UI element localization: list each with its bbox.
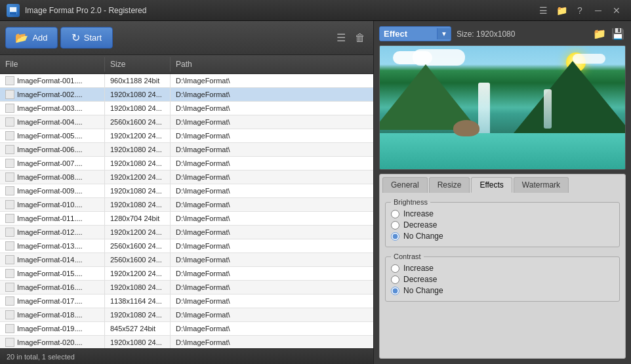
brightness-legend: Brightness [391,198,430,206]
close-button[interactable]: ✕ [609,4,624,17]
file-cell-path: D:\ImageFormat\ [171,129,373,142]
file-icon [5,76,14,85]
file-icon [5,90,14,99]
table-row[interactable]: ImageFormat-003....1920x1080 24...D:\Ima… [0,102,373,115]
table-row[interactable]: ImageFormat-020....1920x1080 24...D:\Ima… [0,336,373,348]
table-row[interactable]: ImageFormat-004....2560x1600 24...D:\Ima… [0,115,373,129]
file-icon [5,283,14,292]
open-button[interactable]: 📁 [554,4,569,17]
col-path: Path [171,57,373,71]
preview-image [379,45,626,170]
contrast-decrease-label[interactable]: Decrease [403,275,437,284]
file-cell-size: 1920x1080 24... [105,88,171,101]
file-cell-size: 960x1188 24bit [105,74,171,87]
window-title: Image Format Pro 2.0 - Registered [25,6,535,15]
table-row[interactable]: ImageFormat-017....1138x1164 24...D:\Ima… [0,294,373,308]
tab-general[interactable]: General [382,177,428,193]
file-cell-size: 1920x1080 24... [105,308,171,321]
file-cell-path: D:\ImageFormat\ [171,239,373,253]
table-row[interactable]: ImageFormat-007....1920x1080 24...D:\Ima… [0,157,373,171]
file-icon [5,214,14,223]
file-cell-name: ImageFormat-017.... [0,294,105,308]
save-icon[interactable]: 💾 [610,26,626,41]
delete-button[interactable]: 🗑 [352,30,368,47]
table-row[interactable]: ImageFormat-010....1920x1080 24...D:\Ima… [0,198,373,212]
brightness-decrease-row: Decrease [391,220,614,230]
table-row[interactable]: ImageFormat-006....1920x1080 24...D:\Ima… [0,143,373,157]
col-file: File [0,57,105,71]
tab-watermark[interactable]: Watermark [514,177,569,193]
file-icon [5,241,14,251]
window-controls: ☰ 📁 ? ─ ✕ [535,4,624,17]
tabs-bar: General Resize Effects Watermark [380,174,625,193]
waterfall-scene [380,46,625,169]
dropdown-arrow: ▼ [437,28,451,39]
table-row[interactable]: ImageFormat-011....1280x704 24bitD:\Imag… [0,212,373,226]
file-cell-name: ImageFormat-004.... [0,115,105,129]
table-row[interactable]: ImageFormat-013....2560x1600 24...D:\Ima… [0,239,373,253]
file-cell-path: D:\ImageFormat\ [171,115,373,129]
status-bar: 20 in total, 1 selected [0,348,373,364]
file-icon [5,145,14,154]
file-cell-size: 1920x1080 24... [105,102,171,115]
file-cell-name: ImageFormat-014.... [0,253,105,266]
table-row[interactable]: ImageFormat-018....1920x1080 24...D:\Ima… [0,308,373,322]
file-cell-name: ImageFormat-013.... [0,239,105,253]
file-cell-size: 2560x1600 24... [105,253,171,266]
contrast-decrease-radio[interactable] [391,275,399,284]
file-cell-name: ImageFormat-010.... [0,198,105,211]
contrast-increase-radio[interactable] [391,264,399,273]
file-cell-path: D:\ImageFormat\ [171,294,373,308]
right-panel: Effect Normal Grayscale Sepia Blur ▼ Siz… [374,21,631,364]
svg-rect-1 [10,7,16,12]
list-options-button[interactable]: ☰ [334,29,348,47]
brightness-increase-radio[interactable] [391,210,399,218]
help-button[interactable]: ? [572,4,588,17]
contrast-nochange-label[interactable]: No Change [403,286,443,295]
table-row[interactable]: ImageFormat-001....960x1188 24bitD:\Imag… [0,74,373,88]
start-button[interactable]: ↻ Start [60,27,113,49]
table-row[interactable]: ImageFormat-002....1920x1080 24...D:\Ima… [0,88,373,102]
table-row[interactable]: ImageFormat-009....1920x1080 24...D:\Ima… [0,184,373,198]
toolbar: 📂 Add ↻ Start ☰ 🗑 [0,21,373,55]
contrast-increase-label[interactable]: Increase [403,264,434,273]
file-cell-path: D:\ImageFormat\ [171,336,373,348]
table-row[interactable]: ImageFormat-016....1920x1080 24...D:\Ima… [0,281,373,294]
file-cell-size: 1920x1080 24... [105,143,171,156]
add-button[interactable]: 📂 Add [5,27,58,49]
effect-select[interactable]: Effect Normal Grayscale Sepia Blur [380,27,437,41]
open-folder-icon[interactable]: 📁 [592,26,607,41]
menu-button[interactable]: ☰ [535,4,551,17]
file-cell-name: ImageFormat-020.... [0,336,105,348]
table-row[interactable]: ImageFormat-014....2560x1600 24...D:\Ima… [0,253,373,267]
contrast-nochange-radio[interactable] [391,287,399,295]
table-row[interactable]: ImageFormat-015....1920x1200 24...D:\Ima… [0,267,373,281]
contrast-section: Contrast Increase Decrease No Change [385,253,620,302]
file-icon [5,269,14,278]
table-row[interactable]: ImageFormat-005....1920x1200 24...D:\Ima… [0,129,373,143]
file-list[interactable]: ImageFormat-001....960x1188 24bitD:\Imag… [0,74,373,348]
minimize-button[interactable]: ─ [590,4,606,17]
brightness-increase-label[interactable]: Increase [403,209,434,218]
brightness-decrease-radio[interactable] [391,221,399,230]
table-row[interactable]: ImageFormat-012....1920x1200 24...D:\Ima… [0,226,373,239]
effect-dropdown[interactable]: Effect Normal Grayscale Sepia Blur ▼ [379,26,451,41]
brightness-decrease-label[interactable]: Decrease [403,220,437,230]
file-cell-size: 1920x1200 24... [105,129,171,142]
waterfall2 [544,89,552,129]
tabs-panel: General Resize Effects Watermark Brightn… [379,174,626,359]
file-cell-size: 1920x1080 24... [105,198,171,211]
table-row[interactable]: ImageFormat-008....1920x1200 24...D:\Ima… [0,171,373,184]
tab-effects[interactable]: Effects [471,177,512,193]
brightness-nochange-label[interactable]: No Change [403,232,443,241]
file-cell-path: D:\ImageFormat\ [171,281,373,294]
file-cell-name: ImageFormat-005.... [0,129,105,142]
brightness-nochange-radio[interactable] [391,232,399,241]
file-cell-size: 1920x1200 24... [105,226,171,239]
preview-size: Size: 1920x1080 [457,30,515,39]
add-icon: 📂 [15,31,28,44]
table-row[interactable]: ImageFormat-019....845x527 24bitD:\Image… [0,322,373,336]
file-icon [5,200,14,209]
tab-resize[interactable]: Resize [429,177,470,193]
file-cell-name: ImageFormat-018.... [0,308,105,321]
